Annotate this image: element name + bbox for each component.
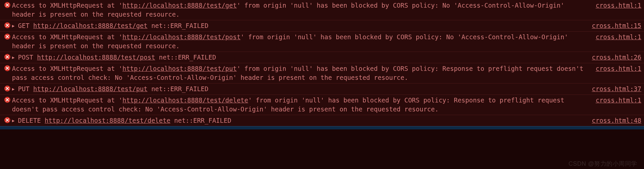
source-link[interactable]: cross.html:1 [589, 96, 641, 105]
console-row[interactable]: ▶ PUT http://localhost:8888/test/put net… [0, 83, 644, 94]
console-input-strip[interactable] [0, 126, 644, 129]
disclosure-triangle-icon[interactable]: ▶ [12, 84, 18, 93]
error-icon [4, 34, 10, 40]
request-url[interactable]: http://localhost:8888/test/delete [123, 96, 248, 104]
request-url[interactable]: http://localhost:8888/test/get [123, 2, 237, 9]
request-url[interactable]: http://localhost:8888/test/post [37, 54, 155, 61]
console-message: GET http://localhost:8888/test/get net::… [18, 21, 585, 30]
request-url[interactable]: http://localhost:8888/test/get [33, 22, 148, 29]
console-message: PUT http://localhost:8888/test/put net::… [18, 84, 585, 93]
error-icon [4, 65, 10, 71]
console-row[interactable]: ▶ POST http://localhost:8888/test/post n… [0, 52, 644, 63]
console-message: Access to XMLHttpRequest at 'http://loca… [12, 33, 589, 51]
console-message: POST http://localhost:8888/test/post net… [18, 53, 585, 62]
disclosure-triangle-icon[interactable]: ▶ [12, 116, 18, 125]
source-link[interactable]: cross.html:48 [585, 116, 641, 125]
error-icon [4, 22, 10, 28]
console-row[interactable]: Access to XMLHttpRequest at 'http://loca… [0, 31, 644, 52]
error-icon [4, 97, 10, 103]
console-row[interactable]: Access to XMLHttpRequest at 'http://loca… [0, 94, 644, 115]
console-row[interactable]: ▶ GET http://localhost:8888/test/get net… [0, 20, 644, 31]
console-row[interactable]: ▶ DELETE http://localhost:8888/test/dele… [0, 115, 644, 126]
error-icon [4, 54, 10, 60]
console-panel: Access to XMLHttpRequest at 'http://loca… [0, 0, 644, 126]
source-link[interactable]: cross.html:37 [585, 84, 641, 93]
source-link[interactable]: cross.html:26 [585, 53, 641, 62]
console-message: Access to XMLHttpRequest at 'http://loca… [12, 96, 589, 114]
error-icon [4, 117, 10, 123]
request-url[interactable]: http://localhost:8888/test/post [123, 33, 241, 41]
disclosure-triangle-icon[interactable]: ▶ [12, 21, 18, 30]
source-link[interactable]: cross.html:1 [589, 64, 641, 73]
request-url[interactable]: http://localhost:8888/test/put [33, 85, 148, 92]
error-icon [4, 85, 10, 91]
console-message: Access to XMLHttpRequest at 'http://loca… [12, 1, 589, 19]
disclosure-triangle-icon[interactable]: ▶ [12, 53, 18, 62]
source-link[interactable]: cross.html:15 [585, 21, 641, 30]
source-link[interactable]: cross.html:1 [589, 33, 641, 42]
request-url[interactable]: http://localhost:8888/test/delete [45, 117, 170, 124]
console-row[interactable]: Access to XMLHttpRequest at 'http://loca… [0, 63, 644, 83]
console-message: Access to XMLHttpRequest at 'http://loca… [12, 64, 589, 82]
error-icon [4, 2, 10, 8]
source-link[interactable]: cross.html:1 [589, 1, 641, 10]
console-message: DELETE http://localhost:8888/test/delete… [18, 116, 585, 125]
request-url[interactable]: http://localhost:8888/test/put [123, 65, 237, 72]
console-row[interactable]: Access to XMLHttpRequest at 'http://loca… [0, 0, 644, 20]
